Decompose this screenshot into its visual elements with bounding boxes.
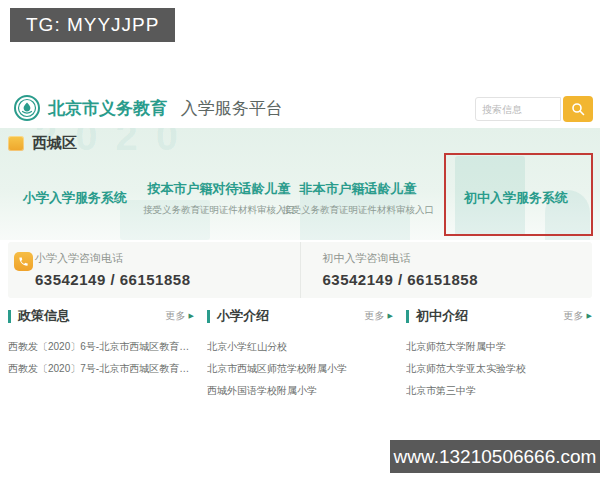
list-item[interactable]: 北京师范大学亚太实验学校 [406,358,592,380]
accent-bar [207,310,210,323]
list-item[interactable]: 北京市第三中学 [406,380,592,402]
nav-item-title: 初中入学服务系统 [464,189,568,207]
more-link[interactable]: 更多 ▶ [564,309,592,323]
search-input[interactable] [475,97,561,121]
list-item[interactable]: 北京市西城区师范学校附属小学 [207,358,393,380]
district-icon [8,136,24,151]
nav-item-subtitle: 接受义务教育证明证件材料审核入口 [282,204,434,217]
nav-item-subtitle: 接受义务教育证明证件材料审核入口 [143,204,295,217]
contact-phone-numbers: 63542149 / 66151858 [323,271,593,288]
nav-item-local-registered-children[interactable]: 按本市户籍对待适龄儿童 接受义务教育证明证件材料审核入口 [145,164,293,232]
more-link[interactable]: 更多 ▶ [365,309,393,323]
column-policy-info: 政策信息 更多 ▶ 西教发〔2020〕6号-北京市西城区教育委员会关于西城...… [8,308,194,402]
more-link[interactable]: 更多 ▶ [166,309,194,323]
list-item[interactable]: 西教发〔2020〕6号-北京市西城区教育委员会关于西城... [8,336,194,358]
tg-watermark-box: TG: MYYJJPP [10,8,175,42]
search-area [475,96,593,122]
nav-row: 小学入学服务系统 按本市户籍对待适龄儿童 接受义务教育证明证件材料审核入口 非本… [0,164,600,232]
site-header: 北京市义务教育 入学服务平台 [0,88,600,129]
arrow-right-icon: ▶ [388,312,393,320]
more-label: 更多 [564,309,584,323]
search-button[interactable] [563,96,593,122]
list-item[interactable]: 北京师范大学附属中学 [406,336,592,358]
column-title: 初中介绍 [416,307,564,325]
column-header: 小学介绍 更多 ▶ [207,308,393,324]
accent-bar [8,310,11,323]
nav-item-title: 小学入学服务系统 [23,189,127,207]
district-nav-band: 2020 西城区 小学入学服务系统 按本市户籍对待适龄儿童 接受义务教育证明证件… [0,128,600,240]
column-primary-schools: 小学介绍 更多 ▶ 北京小学红山分校 北京市西城区师范学校附属小学 西城外国语学… [207,308,393,402]
column-header: 初中介绍 更多 ▶ [406,308,592,324]
site-title: 北京市义务教育 入学服务平台 [48,97,283,120]
contact-phone-numbers: 63542149 / 66151858 [35,271,300,288]
arrow-right-icon: ▶ [189,312,194,320]
more-label: 更多 [365,309,385,323]
nav-item-title: 按本市户籍对待适龄儿童 [148,180,291,198]
info-columns: 政策信息 更多 ▶ 西教发〔2020〕6号-北京市西城区教育委员会关于西城...… [8,308,592,402]
contact-middle-school: 初中入学咨询电话 63542149 / 66151858 [300,242,593,298]
site-title-secondary: 入学服务平台 [181,99,283,118]
site-title-primary: 北京市义务教育 [48,99,167,118]
column-middle-schools: 初中介绍 更多 ▶ 北京师范大学附属中学 北京师范大学亚太实验学校 北京市第三中… [406,308,592,402]
phone-icon [14,252,33,271]
nav-item-middle-enroll-system[interactable]: 初中入学服务系统 [440,164,592,232]
nav-item-title: 非本市户籍适龄儿童 [300,180,417,198]
contact-card: 小学入学咨询电话 63542149 / 66151858 初中入学咨询电话 63… [8,242,592,298]
list-item[interactable]: 北京小学红山分校 [207,336,393,358]
column-title: 小学介绍 [217,307,365,325]
column-list: 北京小学红山分校 北京市西城区师范学校附属小学 西城外国语学校附属小学 [207,336,393,402]
column-list: 北京师范大学附属中学 北京师范大学亚太实验学校 北京市第三中学 [406,336,592,402]
contact-primary-school: 小学入学咨询电话 63542149 / 66151858 [8,242,300,298]
district-label: 西城区 [32,134,77,153]
list-item[interactable]: 西教发〔2020〕7号-北京市西城区教育委员会关于西城... [8,358,194,380]
contact-label: 初中入学咨询电话 [323,251,593,266]
column-list: 西教发〔2020〕6号-北京市西城区教育委员会关于西城... 西教发〔2020〕… [8,336,194,380]
more-label: 更多 [166,309,186,323]
accent-bar [406,310,409,323]
column-header: 政策信息 更多 ▶ [8,308,194,324]
nav-item-primary-enroll-system[interactable]: 小学入学服务系统 [0,164,150,232]
arrow-right-icon: ▶ [587,312,592,320]
nav-item-nonlocal-registered-children[interactable]: 非本市户籍适龄儿童 接受义务教育证明证件材料审核入口 [288,164,428,232]
contact-label: 小学入学咨询电话 [35,251,300,266]
search-icon [571,102,585,116]
platform-logo-icon [14,95,40,121]
url-watermark-box: www.13210506666.com [390,440,600,473]
column-title: 政策信息 [18,307,166,325]
list-item[interactable]: 西城外国语学校附属小学 [207,380,393,402]
district-header: 西城区 [8,134,77,153]
